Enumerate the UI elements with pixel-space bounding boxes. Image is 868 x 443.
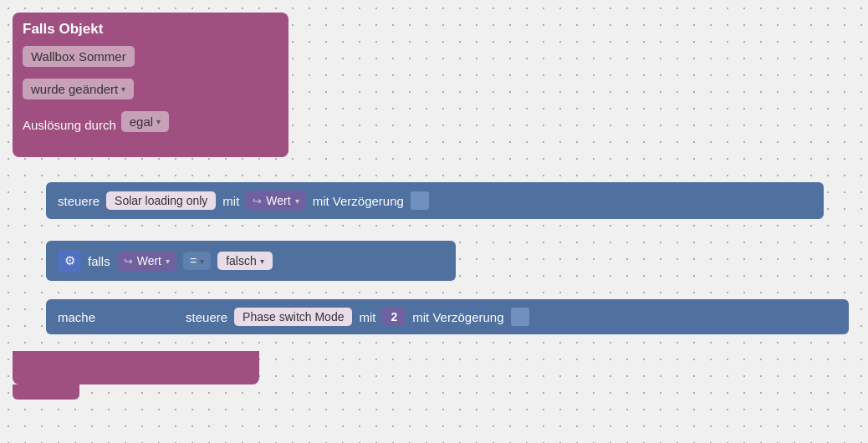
- number-pill[interactable]: 2: [382, 308, 406, 326]
- wert-dropdown-1[interactable]: ↪ Wert ▾: [246, 191, 305, 211]
- mit-label-1: mit: [222, 194, 239, 208]
- egal-arrow: ▾: [156, 117, 161, 126]
- falls-block: ⚙ falls ↪ Wert ▾ = ▾ falsch ▾: [46, 241, 456, 281]
- wert-dropdown-2[interactable]: ↪ Wert ▾: [117, 251, 176, 271]
- steuere-label-2: steuere: [186, 310, 227, 324]
- mit-verzogerung-label-1: mit Verzögerung: [313, 194, 404, 208]
- arrow-icon-2: ↪: [124, 255, 133, 267]
- falsch-arrow: ▾: [260, 257, 264, 266]
- mache-label: mache: [58, 310, 95, 324]
- wurde-arrow: ▾: [121, 84, 125, 94]
- gear-icon[interactable]: ⚙: [58, 249, 81, 272]
- wallbox-sommer-pill[interactable]: Wallbox Sommer: [23, 46, 135, 67]
- falsch-dropdown[interactable]: falsch ▾: [217, 252, 273, 270]
- solar-entity-pill[interactable]: Solar loading only: [106, 191, 216, 210]
- wurde-geandert-dropdown[interactable]: wurde geändert ▾: [23, 79, 134, 99]
- wert-arrow-2: ▾: [166, 257, 170, 266]
- egal-dropdown[interactable]: egal ▾: [121, 111, 169, 132]
- eq-arrow: ▾: [200, 257, 204, 266]
- mit-verzogerung-label-2: mit Verzögerung: [412, 310, 503, 324]
- falls-objekt-bottom: [13, 351, 259, 384]
- arrow-icon-1: ↪: [253, 195, 262, 207]
- steuere-solar-block: steuere Solar loading only mit ↪ Wert ▾ …: [46, 182, 824, 219]
- delay-box-2[interactable]: [511, 308, 529, 326]
- falls-objekt-notch: [13, 384, 79, 400]
- falls-label: falls: [88, 254, 110, 268]
- wert-arrow-1: ▾: [295, 196, 299, 206]
- falls-objekt-block: Falls Objekt Wallbox Sommer wurde geände…: [13, 13, 288, 157]
- falls-objekt-title: Falls Objekt: [23, 21, 278, 38]
- auslosung-label: Auslösung durch: [23, 118, 116, 132]
- steuere-label-1: steuere: [58, 194, 100, 208]
- equals-pill[interactable]: = ▾: [183, 252, 211, 270]
- mit-label-2: mit: [359, 310, 375, 324]
- delay-box-1[interactable]: [411, 191, 429, 210]
- phase-entity-pill[interactable]: Phase switch Mode: [234, 308, 352, 326]
- mache-block: mache steuere Phase switch Mode mit 2 mi…: [46, 299, 849, 334]
